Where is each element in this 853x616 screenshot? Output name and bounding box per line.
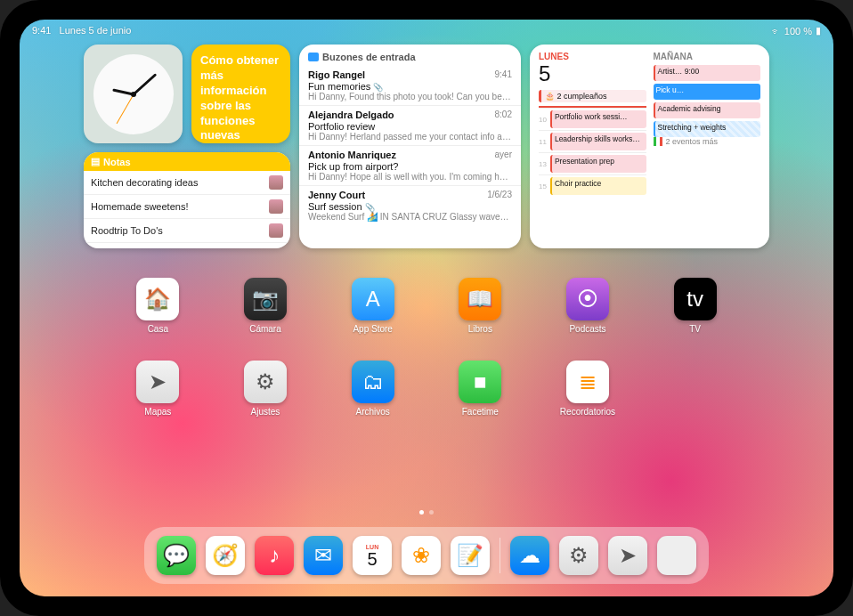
mail-preview: Hi Danny, Found this photo you took! Can… (308, 92, 512, 101)
cal-tomorrow: MAÑANA Artist… 9:00Pick u…Academic advis… (654, 52, 761, 241)
cal-today-label: LUNES (539, 52, 646, 61)
app-tv[interactable]: tv TV (674, 278, 717, 334)
app-icon: ⚙ (244, 361, 287, 403)
notes-header: ▤ Notas (84, 152, 290, 171)
app-icon (657, 536, 696, 575)
app-label: Ajustes (251, 407, 280, 417)
cal-event[interactable]: Presentation prep (550, 155, 646, 173)
notes-title: Notas (103, 157, 131, 167)
note-row[interactable]: Roodtrip To Do's (84, 219, 290, 243)
cal-event[interactable]: Portfolio work sessi… (550, 110, 646, 128)
mail-widget[interactable]: Buzones de entrada Rigo Rangel 9:41 Fun … (299, 45, 521, 248)
mail-time: 1/6/23 (487, 190, 512, 200)
app-podcasts[interactable]: ⦿ Podcasts (566, 278, 609, 334)
app-label: Recordatorios (560, 407, 615, 417)
app-icon: ♪ (255, 536, 294, 575)
tips-widget[interactable]: Cómo obtener más información sobre las f… (191, 45, 290, 143)
clock-face (93, 54, 174, 134)
app-label: Podcasts (569, 324, 605, 334)
app-photos[interactable]: ❀ (402, 536, 441, 575)
cal-hour-label: 13 (539, 160, 547, 168)
app-maps[interactable]: ➤ (608, 536, 647, 575)
ipad-device-frame: 9:41 Lunes 5 de junio ᯤ 100 % ▮ (0, 0, 853, 616)
app-icon: ⚙ (559, 536, 598, 575)
cal-hour-label: 11 (539, 138, 547, 146)
app-libros[interactable]: 📖 Libros (459, 278, 501, 334)
mail-row[interactable]: Jenny Court 1/6/23 Surf session📎 Weekend… (299, 185, 521, 225)
cal-event[interactable]: Pick u… (654, 84, 761, 100)
cal-hour-row: 10 Portfolio work sessi… (539, 108, 646, 130)
mail-subject: Pick up from airport? (308, 161, 512, 172)
note-row[interactable]: Homemade sweetens! (84, 195, 290, 219)
cal-today-num: 5 (539, 61, 646, 86)
app-icon: 🏠 (136, 278, 179, 320)
note-thumb-icon (269, 175, 283, 190)
notes-widget[interactable]: ▤ Notas Kitchen decorating ideas Homemad… (84, 152, 290, 248)
app-cámara[interactable]: 📷 Cámara (244, 278, 287, 334)
mail-row[interactable]: Rigo Rangel 9:41 Fun memories📎 Hi Danny,… (299, 66, 521, 105)
attachment-icon: 📎 (373, 83, 383, 92)
home-screen[interactable]: 9:41 Lunes 5 de junio ᯤ 100 % ▮ (20, 20, 833, 596)
app-mail[interactable]: ✉ (304, 536, 343, 575)
battery-icon: ▮ (816, 25, 821, 36)
mail-from: Alejandra Delgado (308, 109, 394, 120)
app-icon: ❀ (402, 536, 441, 575)
app-notes[interactable]: 📝 (451, 536, 490, 575)
cal-hour-label: 10 (539, 116, 547, 124)
app-calendar[interactable]: LUN5 (353, 536, 392, 575)
cal-event[interactable]: Academic advising (654, 102, 761, 118)
cal-hour-row: 15 Choir practice (539, 174, 646, 197)
mail-subject: Portfolio review (308, 121, 512, 132)
note-title: Homemade sweetens! (91, 201, 188, 212)
app-icon: ⦿ (566, 278, 609, 320)
app-messages[interactable]: 💬 (157, 536, 196, 575)
mail-preview: Hi Danny! Herland passed me your contact… (308, 132, 512, 142)
app-casa[interactable]: 🏠 Casa (136, 278, 179, 334)
app-mapas[interactable]: ➤ Mapas (136, 361, 179, 417)
mail-time: 8:02 (495, 109, 512, 120)
calendar-widget[interactable]: LUNES 5 🎂 2 cumpleaños 10 Portfolio work… (530, 45, 769, 248)
app-icon: ≣ (566, 361, 609, 403)
mail-row[interactable]: Antonio Manriquez ayer Pick up from airp… (299, 145, 521, 185)
cal-event[interactable]: Stretching + weights (654, 121, 761, 137)
widget-area: Cómo obtener más información sobre las f… (84, 45, 769, 248)
tip-text: Cómo obtener más información sobre las f… (200, 53, 281, 143)
status-right: ᯤ 100 % ▮ (771, 25, 821, 36)
app-recordatorios[interactable]: ≣ Recordatorios (560, 361, 615, 417)
app-archivos[interactable]: 🗂 Archivos (352, 361, 394, 417)
page-indicator[interactable] (419, 510, 434, 515)
dock: 💬 🧭 ♪ ✉ LUN5 ❀ 📝 ☁ ⚙ ➤ (144, 527, 709, 584)
status-bar: 9:41 Lunes 5 de junio ᯤ 100 % ▮ (32, 25, 821, 36)
app-ajustes[interactable]: ⚙ Ajustes (244, 361, 287, 417)
app-facetime[interactable]: ■ Facetime (459, 361, 501, 417)
cal-event[interactable]: Leadership skills workshop (550, 133, 646, 150)
clock-widget[interactable] (84, 45, 183, 143)
status-left: 9:41 Lunes 5 de junio (32, 25, 131, 36)
app-icon: 🗂 (352, 361, 394, 403)
page-dot-1[interactable] (419, 510, 424, 515)
app-music[interactable]: ♪ (255, 536, 294, 575)
app-safari[interactable]: 🧭 (206, 536, 245, 575)
mail-preview: Hi Danny! Hope all is well with you. I'm… (308, 172, 512, 182)
app-icon: LUN5 (353, 536, 392, 575)
app-app store[interactable]: A App Store (352, 278, 394, 334)
cal-tomorrow-label: MAÑANA (654, 52, 761, 61)
app-label: TV (689, 324, 701, 334)
note-thumb-icon (269, 199, 283, 214)
app-label: App Store (353, 324, 392, 334)
app-weather[interactable]: ☁ (510, 536, 549, 575)
app-icon: 💬 (157, 536, 196, 575)
note-row[interactable]: Kitchen decorating ideas (84, 171, 290, 195)
app-applib[interactable] (657, 536, 696, 575)
app-label: Libros (468, 324, 492, 334)
app-icon: ➤ (608, 536, 647, 575)
mail-from: Jenny Court (308, 190, 365, 200)
note-title: Roodtrip To Do's (91, 225, 163, 236)
app-settings[interactable]: ⚙ (559, 536, 598, 575)
note-title: Kitchen decorating ideas (91, 177, 198, 188)
app-label: Archivos (355, 407, 389, 417)
page-dot-2[interactable] (429, 510, 434, 515)
cal-event[interactable]: Choir practice (550, 177, 646, 195)
cal-event[interactable]: Artist… 9:00 (654, 65, 761, 81)
mail-row[interactable]: Alejandra Delgado 8:02 Portfolio review … (299, 105, 521, 145)
